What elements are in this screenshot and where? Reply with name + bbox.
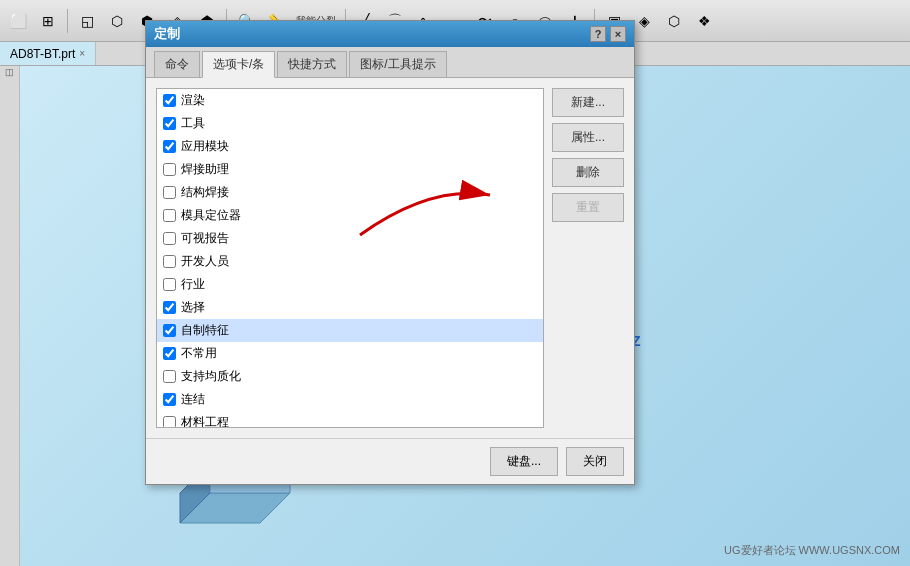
toolbar-sep-1 xyxy=(67,9,68,33)
tab-file-label: AD8T-BT.prt xyxy=(10,47,75,61)
checkbox-label-2: 应用模块 xyxy=(181,138,229,155)
checkbox-1[interactable] xyxy=(163,117,176,130)
checkbox-7[interactable] xyxy=(163,255,176,268)
checkbox-label-6: 可视报告 xyxy=(181,230,229,247)
dialog-customize: 定制 ? × 命令 选项卡/条 快捷方式 图标/工具提示 渲染工具应用模块焊接助… xyxy=(145,20,635,485)
checkbox-3[interactable] xyxy=(163,163,176,176)
watermark: UG爱好者论坛 WWW.UGSNX.COM xyxy=(724,543,900,558)
checkbox-item-5[interactable]: 模具定位器 xyxy=(157,204,543,227)
checkbox-item-0[interactable]: 渲染 xyxy=(157,89,543,112)
tool-icon-3d-3[interactable]: ⬡ xyxy=(660,7,688,35)
checkbox-2[interactable] xyxy=(163,140,176,153)
checkbox-label-5: 模具定位器 xyxy=(181,207,241,224)
tool-icon-1[interactable]: ⬜ xyxy=(4,7,32,35)
checkbox-5[interactable] xyxy=(163,209,176,222)
sidebar: ⊡ ◫ xyxy=(0,42,20,566)
checkbox-9[interactable] xyxy=(163,301,176,314)
checkbox-item-11[interactable]: 不常用 xyxy=(157,342,543,365)
checkbox-item-8[interactable]: 行业 xyxy=(157,273,543,296)
tab-close-icon[interactable]: × xyxy=(79,48,85,59)
checkbox-label-8: 行业 xyxy=(181,276,205,293)
tool-icon-4[interactable]: ⬡ xyxy=(103,7,131,35)
properties-button[interactable]: 属性... xyxy=(552,123,624,152)
tool-icon-2[interactable]: ⊞ xyxy=(34,7,62,35)
checkbox-label-0: 渲染 xyxy=(181,92,205,109)
close-button[interactable]: 关闭 xyxy=(566,447,624,476)
dialog-content: 渲染工具应用模块焊接助理结构焊接模具定位器可视报告开发人员行业选择自制特征不常用… xyxy=(146,78,634,438)
checkbox-6[interactable] xyxy=(163,232,176,245)
checkbox-8[interactable] xyxy=(163,278,176,291)
checkbox-11[interactable] xyxy=(163,347,176,360)
tab-commands[interactable]: 命令 xyxy=(154,51,200,77)
checkbox-item-4[interactable]: 结构焊接 xyxy=(157,181,543,204)
checkbox-label-3: 焊接助理 xyxy=(181,161,229,178)
checkbox-13[interactable] xyxy=(163,393,176,406)
checkbox-0[interactable] xyxy=(163,94,176,107)
checkbox-item-1[interactable]: 工具 xyxy=(157,112,543,135)
checkbox-item-14[interactable]: 材料工程 xyxy=(157,411,543,428)
tab-file[interactable]: AD8T-BT.prt × xyxy=(0,42,96,65)
checkbox-item-9[interactable]: 选择 xyxy=(157,296,543,319)
checkbox-label-4: 结构焊接 xyxy=(181,184,229,201)
checkbox-label-10: 自制特征 xyxy=(181,322,229,339)
checkbox-item-2[interactable]: 应用模块 xyxy=(157,135,543,158)
keyboard-button[interactable]: 键盘... xyxy=(490,447,558,476)
checkbox-label-9: 选择 xyxy=(181,299,205,316)
dialog-title: 定制 xyxy=(154,25,180,43)
reset-button: 重置 xyxy=(552,193,624,222)
tool-icon-3d-4[interactable]: ❖ xyxy=(690,7,718,35)
tab-icons[interactable]: 图标/工具提示 xyxy=(349,51,446,77)
sidebar-icon-2[interactable]: ◫ xyxy=(2,64,18,80)
dialog-title-buttons: ? × xyxy=(590,26,626,42)
checkbox-label-1: 工具 xyxy=(181,115,205,132)
checkbox-item-6[interactable]: 可视报告 xyxy=(157,227,543,250)
checkbox-label-13: 连结 xyxy=(181,391,205,408)
delete-button[interactable]: 删除 xyxy=(552,158,624,187)
dialog-action-buttons: 新建...属性...删除重置 xyxy=(552,88,624,428)
checkbox-label-14: 材料工程 xyxy=(181,414,229,428)
checkbox-14[interactable] xyxy=(163,416,176,428)
checkbox-item-12[interactable]: 支持均质化 xyxy=(157,365,543,388)
new-button[interactable]: 新建... xyxy=(552,88,624,117)
checkbox-10[interactable] xyxy=(163,324,176,337)
dialog-titlebar: 定制 ? × xyxy=(146,21,634,47)
tool-icon-3[interactable]: ◱ xyxy=(73,7,101,35)
checkbox-label-12: 支持均质化 xyxy=(181,368,241,385)
checkbox-12[interactable] xyxy=(163,370,176,383)
checkbox-4[interactable] xyxy=(163,186,176,199)
checkbox-label-7: 开发人员 xyxy=(181,253,229,270)
tab-toolbar-tabs[interactable]: 选项卡/条 xyxy=(202,51,275,78)
checkbox-item-13[interactable]: 连结 xyxy=(157,388,543,411)
dialog-help-button[interactable]: ? xyxy=(590,26,606,42)
dialog-tabs: 命令 选项卡/条 快捷方式 图标/工具提示 xyxy=(146,47,634,78)
checkbox-label-11: 不常用 xyxy=(181,345,217,362)
checkbox-item-3[interactable]: 焊接助理 xyxy=(157,158,543,181)
checkbox-item-7[interactable]: 开发人员 xyxy=(157,250,543,273)
checkbox-list: 渲染工具应用模块焊接助理结构焊接模具定位器可视报告开发人员行业选择自制特征不常用… xyxy=(156,88,544,428)
dialog-footer: 键盘...关闭 xyxy=(146,438,634,484)
dialog-close-button[interactable]: × xyxy=(610,26,626,42)
tab-shortcuts[interactable]: 快捷方式 xyxy=(277,51,347,77)
checkbox-item-10[interactable]: 自制特征 xyxy=(157,319,543,342)
